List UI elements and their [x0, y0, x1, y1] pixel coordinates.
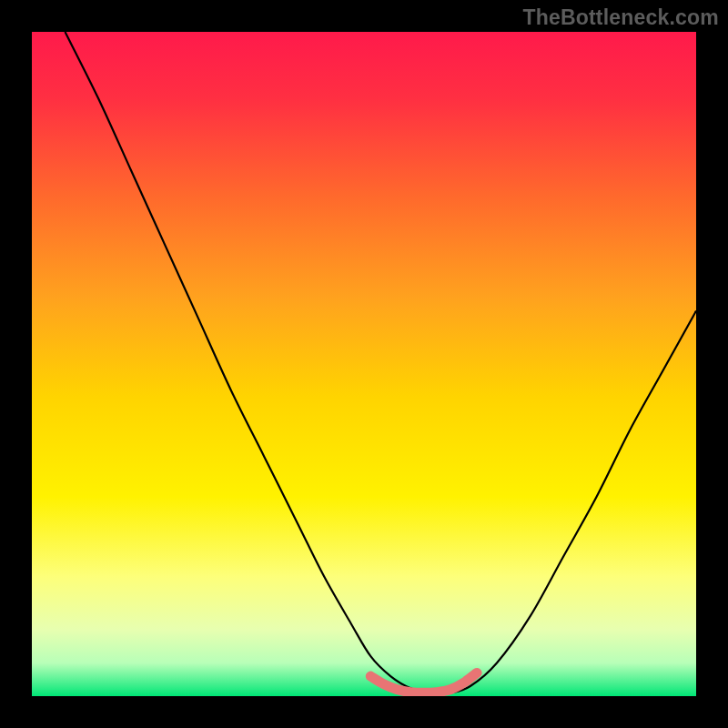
bottleneck-chart	[0, 0, 728, 728]
gradient-background	[32, 32, 696, 696]
chart-frame: TheBottleneck.com	[0, 0, 728, 728]
watermark-text: TheBottleneck.com	[522, 5, 719, 30]
